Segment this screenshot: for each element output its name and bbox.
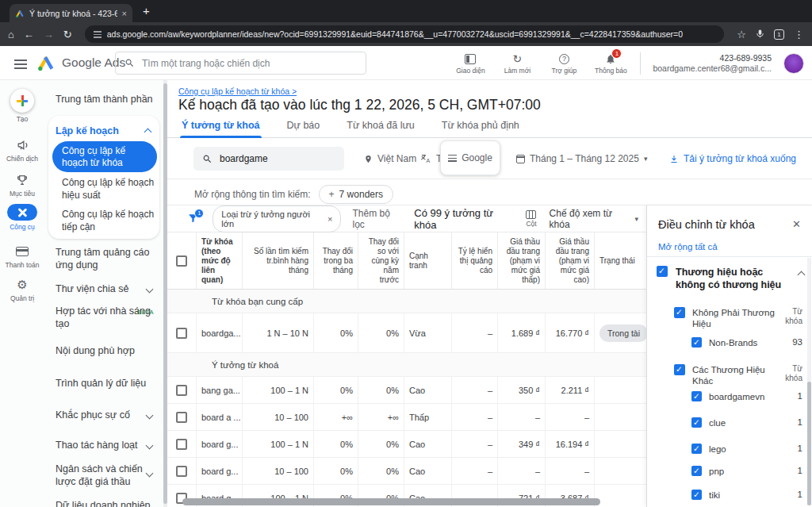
expand-keyword-chip[interactable]: + 7 wonders xyxy=(319,185,393,204)
horizontal-scrollbar[interactable] xyxy=(182,498,600,505)
sidebar-item-keyword-planner[interactable]: Công cụ lập kế hoạch từ khóa xyxy=(52,141,157,172)
row-checkbox[interactable] xyxy=(176,466,187,477)
tab-saved-keywords[interactable]: Từ khoá đã lưu xyxy=(345,118,416,137)
sidebar-item-asset-hub[interactable]: Trung tâm thành phần xyxy=(56,93,154,106)
row-checkbox[interactable] xyxy=(176,328,187,339)
col-header-high-bid[interactable]: Giá thầu đầu trang (phạm vi mức giá cao) xyxy=(545,232,594,289)
tab-close-icon[interactable]: × xyxy=(122,9,127,18)
row-checkbox[interactable] xyxy=(176,385,187,396)
forward-icon[interactable]: → xyxy=(44,29,54,40)
col-header-keyword[interactable]: Từ khóa (theo mức độ liên quan) xyxy=(196,232,242,289)
extension-icon[interactable]: 1 xyxy=(774,29,784,40)
item-checkbox[interactable] xyxy=(691,391,702,401)
table-row[interactable]: board g... 100 – 1 N 0% 0% Cao – 349 ₫ 1… xyxy=(167,431,646,458)
refresh-button[interactable]: ↻ Làm mới xyxy=(500,52,534,75)
subgroup-checkbox[interactable] xyxy=(674,364,685,375)
app-search-box[interactable]: Tìm một trang hoặc chiến dịch xyxy=(115,52,366,75)
appearance-button[interactable]: Giao diện xyxy=(453,52,488,75)
rail-item-campaigns[interactable]: Chiến dịch xyxy=(0,138,44,163)
keyword-search-input[interactable]: boardgame xyxy=(193,147,344,171)
table-row[interactable]: bang ga... 100 – 1 N 0% 0% Cao – 350 ₫ 2… xyxy=(167,377,646,404)
breadcrumb[interactable]: Công cụ lập kế hoạch từ khóa > xyxy=(178,86,297,96)
download-ideas-link[interactable]: Tải ý tưởng từ khoá xuống xyxy=(669,153,796,164)
url-bar[interactable]: ads.google.com/aw/keywordplanner/ideas/n… xyxy=(85,25,725,43)
avatar[interactable] xyxy=(783,53,804,74)
active-filter-chip[interactable]: Loại trừ ý tưởng người lớn × xyxy=(213,205,341,232)
remove-filter-icon[interactable]: × xyxy=(327,214,332,224)
sidebar-item-troubleshooting[interactable]: Khắc phục sự cố xyxy=(56,409,154,421)
item-checkbox[interactable] xyxy=(691,417,702,428)
item-checkbox[interactable] xyxy=(691,490,702,500)
row-checkbox[interactable] xyxy=(176,412,187,423)
bookmark-star-icon[interactable]: ☆ xyxy=(737,29,746,40)
item-checkbox[interactable] xyxy=(691,466,702,476)
reload-icon[interactable]: ↻ xyxy=(63,29,72,40)
site-settings-icon[interactable] xyxy=(94,31,102,38)
refine-item-brand[interactable]: tiki 1 xyxy=(691,490,802,501)
item-checkbox[interactable] xyxy=(691,444,702,454)
network-filter[interactable]: Google xyxy=(440,140,500,175)
sidebar-item-creator-partnerships[interactable]: Hợp tác với nhà sáng tạo BETA xyxy=(56,305,154,330)
col-header-competition[interactable]: Cạnh tranh xyxy=(404,232,451,289)
col-header-yoy-change[interactable]: Thay đổi so với cùng kỳ năm trước xyxy=(358,232,404,289)
refine-item-brand[interactable]: lego 1 xyxy=(691,444,802,455)
sidebar-item-budgets-bidding[interactable]: Ngân sách và chiến lược đặt giá thầu xyxy=(56,463,154,488)
refine-group-brand[interactable]: Thương hiệu hoặc không có thương hiệu xyxy=(657,266,804,291)
refine-item-brand[interactable]: pnp 1 xyxy=(691,466,802,477)
rail-item-admin[interactable]: ⚙ Quản trị xyxy=(0,278,44,302)
account-info[interactable]: 423-689-9935 boardgame.center68@gmail.c.… xyxy=(653,53,772,74)
refine-item-brand[interactable]: clue 1 xyxy=(691,417,802,428)
sidebar-item-reach-planner[interactable]: Công cụ lập kế hoạch tiếp cận xyxy=(62,208,155,233)
refine-item-non-brands[interactable]: Non-Brands 93 xyxy=(691,337,802,348)
add-filter-button[interactable]: Thêm bộ lọc xyxy=(352,208,403,230)
date-range-filter[interactable]: Tháng 1 – Tháng 12 2025 ▾ xyxy=(516,153,647,164)
rail-item-create[interactable]: Tạo xyxy=(0,89,44,123)
select-all-checkbox[interactable] xyxy=(176,255,187,267)
sidebar-item-data-manager[interactable]: Trình quản lý dữ liệu xyxy=(56,377,154,390)
subgroup-checkbox[interactable] xyxy=(674,307,685,318)
refine-item-brand[interactable]: boardgamevn 1 xyxy=(691,391,802,402)
col-header-avg-searches[interactable]: Số lần tìm kiếm tr.bình hàng tháng xyxy=(242,232,313,289)
group-checkbox[interactable] xyxy=(657,266,668,277)
filter-button[interactable]: 1 xyxy=(186,212,201,226)
row-checkbox[interactable] xyxy=(176,439,187,450)
back-icon[interactable]: ← xyxy=(24,29,34,40)
tab-keyword-ideas[interactable]: Ý tưởng từ khoá xyxy=(180,118,262,137)
table-row[interactable]: boardga... 1 N – 10 N 0% 0% Vừa – 1.689 … xyxy=(167,313,646,353)
rail-item-goals[interactable]: Mục tiêu xyxy=(0,173,44,198)
hamburger-menu-icon[interactable] xyxy=(14,60,27,61)
col-header-status[interactable]: Trạng thái xyxy=(594,232,646,289)
item-checkbox[interactable] xyxy=(691,337,702,348)
sidebar-item-performance-planner[interactable]: Công cụ lập kế hoạch hiệu suất xyxy=(62,176,155,202)
sidebar-item-bulk-actions[interactable]: Thao tác hàng loạt xyxy=(56,439,154,451)
table-row[interactable]: board a ... 10 – 100 +∞ +∞ Thấp – – – xyxy=(167,404,646,431)
tab-negative-keywords[interactable]: Từ khóa phủ định xyxy=(440,118,521,137)
browser-menu-icon[interactable]: ⋮ xyxy=(794,29,804,40)
sidebar-item-app-ads-hub[interactable]: Trung tâm quảng cáo ứng dụng xyxy=(56,246,154,271)
sidebar-item-content-suitability[interactable]: Nội dung phù hợp xyxy=(56,344,154,357)
help-button[interactable]: ? Trợ giúp xyxy=(546,52,581,75)
new-tab-button[interactable]: + xyxy=(143,4,150,17)
col-header-3mo-change[interactable]: Thay đổi trong ba tháng xyxy=(313,232,358,289)
panel-scrollbar[interactable] xyxy=(807,382,811,505)
view-mode-dropdown[interactable]: Chế độ xem từ khóa ▾ xyxy=(550,208,638,230)
rail-item-tools[interactable]: Công cụ xyxy=(0,204,44,231)
browser-tab[interactable]: Ý tưởng từ khoá - 423-689 × xyxy=(10,4,132,22)
sidebar-group-planning[interactable]: Lập kế hoạch xyxy=(56,125,154,136)
home-icon[interactable]: ⌂ xyxy=(8,29,14,40)
expand-all-link[interactable]: Mở rộng tất cả xyxy=(658,242,718,252)
col-header-impr-share[interactable]: Tỷ lệ hiển thị quảng cáo xyxy=(451,232,497,289)
col-header-low-bid[interactable]: Giá thầu đầu trang (phạm vi mức giá thấp… xyxy=(497,232,545,289)
refine-subgroup-non-brand[interactable]: Không Phải Thương Hiệu Từ khóa xyxy=(674,307,802,329)
columns-button[interactable]: Cột xyxy=(526,210,536,228)
rail-item-billing[interactable]: Thanh toán xyxy=(0,244,44,269)
sidebar-item-business-data[interactable]: Dữ liệu doanh nghiệp xyxy=(56,499,154,507)
refine-subgroup-other-brands[interactable]: Các Thương Hiệu Khác Từ khóa xyxy=(674,364,802,386)
notifications-button[interactable]: 1 Thông báo xyxy=(593,52,628,75)
table-row[interactable]: board g... 10 – 100 0% 0% Cao – – – xyxy=(167,458,646,485)
sidebar-item-shared-library[interactable]: Thư viện chia sẻ xyxy=(56,282,154,295)
location-filter[interactable]: Việt Nam xyxy=(364,153,416,164)
close-icon[interactable]: ✕ xyxy=(792,218,801,230)
mic-icon[interactable] xyxy=(756,29,764,40)
tab-forecast[interactable]: Dự báo xyxy=(285,118,322,137)
